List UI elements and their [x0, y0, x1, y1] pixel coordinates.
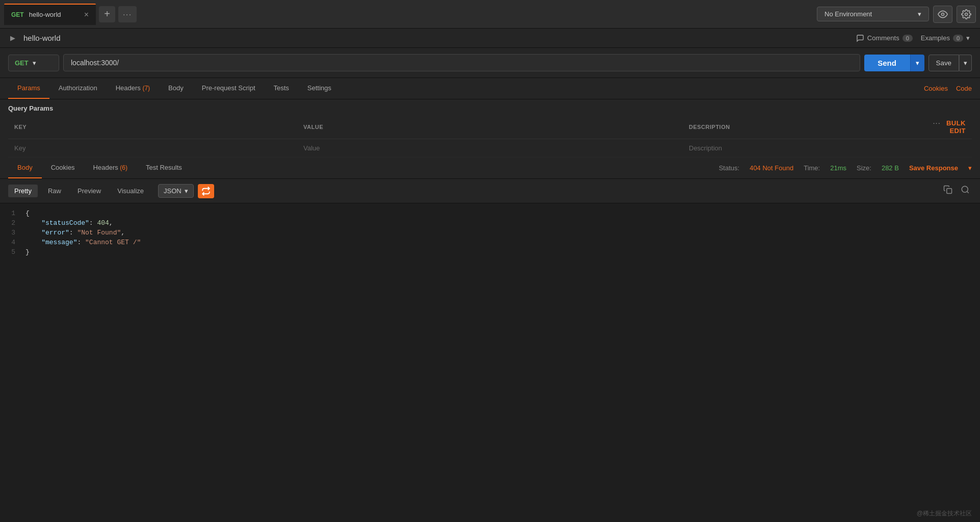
tab-params[interactable]: Params: [8, 78, 49, 99]
tab-settings[interactable]: Settings: [298, 78, 341, 99]
send-button-group: Send ▾: [864, 55, 924, 71]
cookies-link[interactable]: Cookies: [924, 85, 948, 92]
copy-icon-button[interactable]: [941, 183, 955, 199]
response-tabs-bar: Body Cookies Headers (6) Test Results St…: [0, 158, 980, 179]
description-column-header: DESCRIPTION: [683, 115, 924, 139]
svg-line-4: [967, 191, 968, 193]
query-params-title: Query Params: [8, 105, 972, 112]
request-tabs-right: Cookies Code: [924, 85, 972, 92]
bulk-edit-button[interactable]: Bulk Edit: [946, 119, 966, 135]
search-icon-button[interactable]: [959, 183, 972, 199]
tab-bar-left: GET hello-world × + ···: [4, 4, 137, 25]
column-options-icon[interactable]: ···: [933, 120, 941, 126]
eye-icon-button[interactable]: [933, 6, 952, 23]
tab-pre-request-script[interactable]: Pre-request Script: [193, 78, 265, 99]
status-label: Status:: [719, 164, 739, 172]
examples-button[interactable]: Examples 0 ▾: [921, 34, 970, 42]
tab-headers[interactable]: Headers (7): [107, 78, 159, 99]
size-value: 282 B: [882, 164, 899, 172]
save-response-button[interactable]: Save Response: [909, 164, 958, 172]
tab-authorization[interactable]: Authorization: [49, 78, 107, 99]
action-column-header: ··· Bulk Edit: [924, 115, 972, 139]
code-content: "message": "Cannot GET /": [25, 239, 141, 246]
time-label: Time:: [804, 164, 820, 172]
params-section: Query Params KEY VALUE DESCRIPTION ··· B…: [0, 99, 980, 158]
params-table: KEY VALUE DESCRIPTION ··· Bulk Edit Key: [8, 115, 972, 158]
tab-body[interactable]: Body: [159, 78, 193, 99]
svg-point-0: [942, 13, 944, 15]
close-tab-button[interactable]: ×: [84, 10, 89, 19]
description-cell[interactable]: Description: [683, 139, 924, 158]
comments-count: 0: [902, 35, 913, 42]
viewer-tab-visualize[interactable]: Visualize: [111, 185, 150, 197]
key-cell[interactable]: Key: [8, 139, 297, 158]
line-number: 4: [0, 239, 25, 246]
line-number: 2: [0, 219, 25, 227]
env-selector-arrow: ▾: [918, 10, 921, 18]
method-arrow: ▾: [33, 59, 36, 67]
code-line-2: 2 "statusCode": 404,: [0, 218, 980, 228]
page-title: hello-world: [23, 34, 851, 42]
request-tab[interactable]: GET hello-world ×: [4, 4, 96, 25]
tab-method-badge: GET: [11, 11, 24, 18]
more-tabs-button[interactable]: ···: [118, 6, 137, 22]
resp-tab-headers[interactable]: Headers (6): [84, 158, 137, 178]
resp-tab-body[interactable]: Body: [8, 158, 42, 178]
status-value: 404 Not Found: [750, 164, 793, 172]
time-value: 21ms: [830, 164, 846, 172]
examples-arrow: ▾: [966, 34, 970, 42]
code-content: "statusCode": 404,: [25, 219, 113, 227]
send-button[interactable]: Send: [864, 55, 910, 71]
method-text: GET: [15, 59, 29, 67]
line-number: 1: [0, 210, 25, 217]
viewer-right-icons: [941, 183, 972, 199]
tab-title: hello-world: [29, 11, 61, 18]
response-status-bar: Status: 404 Not Found Time: 21ms Size: 2…: [719, 164, 972, 172]
examples-label: Examples: [921, 34, 950, 42]
svg-point-1: [965, 13, 968, 15]
settings-icon-button[interactable]: [957, 6, 976, 23]
environment-selector[interactable]: No Environment ▾: [817, 7, 929, 21]
table-row: Key Value Description: [8, 139, 972, 158]
watermark-text: @稀土掘金技术社区: [917, 510, 972, 517]
method-select[interactable]: GET ▾: [8, 55, 59, 71]
viewer-tab-raw[interactable]: Raw: [42, 185, 67, 197]
save-response-arrow[interactable]: ▾: [968, 164, 972, 172]
key-column-header: KEY: [8, 115, 297, 139]
svg-point-3: [962, 186, 968, 192]
request-header: ▶ hello-world Comments 0 Examples 0 ▾: [0, 29, 980, 48]
tab-bar: GET hello-world × + ··· No Environment ▾: [0, 0, 980, 29]
tab-tests[interactable]: Tests: [265, 78, 298, 99]
save-dropdown-button[interactable]: ▾: [959, 55, 972, 71]
send-dropdown-button[interactable]: ▾: [910, 55, 924, 71]
add-tab-button[interactable]: +: [99, 6, 115, 22]
code-content: }: [25, 248, 30, 256]
save-button[interactable]: Save: [929, 55, 959, 71]
code-line-3: 3 "error": "Not Found",: [0, 228, 980, 238]
comments-label: Comments: [867, 34, 899, 42]
code-link[interactable]: Code: [956, 85, 972, 92]
viewer-tab-pretty[interactable]: Pretty: [8, 185, 38, 197]
resp-tab-cookies[interactable]: Cookies: [42, 158, 84, 178]
examples-count: 0: [953, 35, 963, 42]
line-number: 3: [0, 229, 25, 237]
line-number: 5: [0, 248, 25, 256]
save-button-group: Save ▾: [929, 55, 972, 71]
code-line-4: 4 "message": "Cannot GET /": [0, 238, 980, 247]
code-area: 1 { 2 "statusCode": 404, 3 "error": "Not…: [0, 203, 980, 474]
tab-bar-right: No Environment ▾: [817, 6, 976, 23]
header-actions: Comments 0 Examples 0 ▾: [856, 34, 970, 42]
size-label: Size:: [857, 164, 871, 172]
viewer-tab-preview[interactable]: Preview: [71, 185, 107, 197]
value-column-header: VALUE: [297, 115, 683, 139]
format-text: JSON: [164, 187, 182, 195]
comments-button[interactable]: Comments 0: [856, 34, 913, 42]
resp-tab-test-results[interactable]: Test Results: [137, 158, 191, 178]
request-tabs: Params Authorization Headers (7) Body Pr…: [0, 78, 980, 99]
viewer-tabs-bar: Pretty Raw Preview Visualize JSON ▾: [0, 179, 980, 203]
value-cell[interactable]: Value: [297, 139, 683, 158]
url-input[interactable]: [63, 54, 860, 71]
format-selector[interactable]: JSON ▾: [158, 184, 194, 198]
wrap-button[interactable]: [198, 184, 214, 198]
url-bar: GET ▾ Send ▾ Save ▾: [0, 48, 980, 78]
